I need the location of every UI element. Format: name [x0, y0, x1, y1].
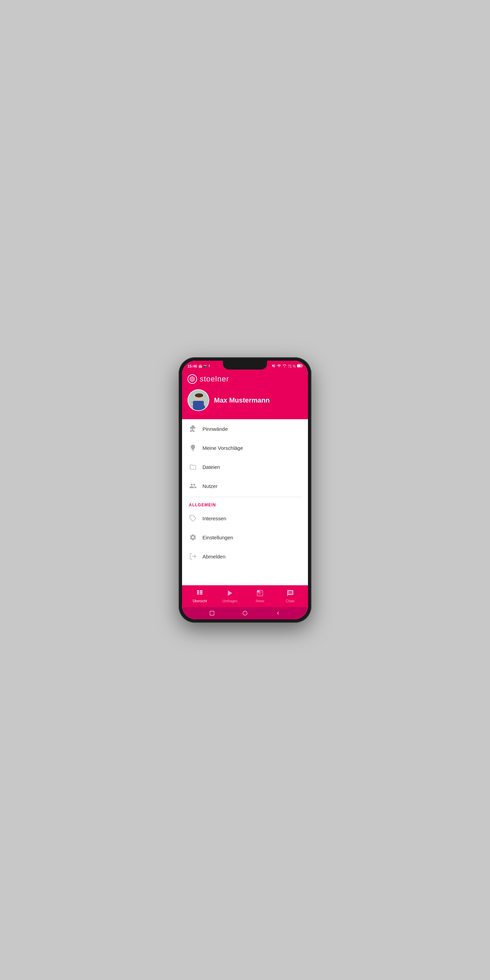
nav-item-chats[interactable]: Chats	[275, 589, 305, 603]
logout-icon	[189, 552, 197, 560]
svg-point-3	[190, 377, 195, 382]
back-button[interactable]	[275, 610, 281, 616]
svg-marker-20	[228, 590, 232, 596]
nutzer-label: Nutzer	[202, 483, 218, 489]
phone-screen: 15:46 📅 📷 f 71 %	[182, 361, 308, 619]
time-display: 15:46	[188, 364, 197, 368]
svg-point-6	[193, 404, 205, 410]
tag-icon	[189, 514, 197, 522]
pin-icon	[189, 425, 197, 433]
svg-rect-2	[302, 365, 302, 366]
svg-rect-16	[197, 593, 199, 595]
news-label: News	[256, 599, 264, 603]
logo-text: stoelner	[200, 375, 229, 383]
nav-item-uebersicht[interactable]: Übersicht	[185, 589, 215, 603]
dateien-label: Dateien	[202, 464, 220, 470]
svg-rect-9	[191, 401, 194, 403]
abmelden-label: Abmelden	[202, 554, 226, 559]
app-header: stoelner	[182, 370, 308, 419]
grid-icon	[196, 589, 204, 598]
svg-rect-22	[257, 590, 259, 592]
username: Max Mustermann	[214, 396, 269, 404]
section-header-allgemein: ALLGEMEIN	[182, 498, 308, 509]
battery-label: 71 %	[288, 364, 296, 368]
chat-icon	[286, 589, 294, 598]
menu-item-vorschlaege[interactable]: Meine Vorschläge	[182, 438, 308, 457]
status-right: 71 %	[272, 364, 302, 369]
battery-icon	[297, 364, 302, 368]
home-button[interactable]	[242, 610, 248, 616]
facebook-icon: f	[208, 364, 210, 368]
einstellungen-label: Einstellungen	[202, 535, 233, 540]
avatar	[188, 389, 209, 411]
mute-icon	[272, 364, 275, 369]
umfragen-label: Umfragen	[223, 599, 237, 603]
svg-rect-23	[210, 611, 214, 615]
svg-point-11	[195, 393, 203, 398]
menu-item-dateien[interactable]: Dateien	[182, 457, 308, 476]
menu-item-pinnwaende[interactable]: Pinnwände	[182, 419, 308, 438]
recent-apps-button[interactable]	[209, 610, 215, 616]
svg-rect-18	[200, 592, 202, 593]
menu-item-abmelden[interactable]: Abmelden	[182, 547, 308, 566]
menu-item-nutzer[interactable]: Nutzer	[182, 476, 308, 495]
svg-rect-1	[298, 365, 301, 367]
svg-point-10	[191, 405, 194, 407]
svg-point-4	[191, 378, 193, 380]
vorschlaege-label: Meine Vorschläge	[202, 445, 243, 451]
play-icon	[226, 589, 234, 598]
camera-icon: 📷	[204, 364, 207, 368]
nav-item-news[interactable]: News	[245, 589, 275, 603]
chats-label: Chats	[286, 599, 295, 603]
interessen-label: Interessen	[202, 515, 226, 521]
pinnwaende-label: Pinnwände	[202, 426, 228, 432]
menu-divider	[189, 497, 301, 497]
svg-rect-15	[197, 592, 199, 593]
logo-icon	[188, 374, 197, 384]
avatar-image	[188, 390, 208, 410]
menu-item-interessen[interactable]: Interessen	[182, 509, 308, 528]
menu-item-einstellungen[interactable]: Einstellungen	[182, 528, 308, 547]
android-nav-bar	[182, 607, 308, 619]
app-logo: stoelner	[188, 374, 302, 384]
users-icon	[189, 482, 197, 490]
calendar-icon: 📅	[198, 364, 202, 368]
gear-icon	[189, 533, 197, 541]
wifi-icon	[277, 364, 281, 369]
svg-rect-17	[200, 590, 202, 592]
news-icon	[256, 589, 264, 598]
menu-content: Pinnwände Meine Vorschläge Dateien	[182, 419, 308, 585]
user-section: Max Mustermann	[188, 389, 302, 417]
lightbulb-icon	[189, 444, 197, 452]
uebersicht-label: Übersicht	[192, 599, 207, 603]
nav-item-umfragen[interactable]: Umfragen	[215, 589, 245, 603]
status-left: 15:46 📅 📷 f	[188, 364, 210, 368]
signal-icon	[282, 364, 286, 369]
bottom-nav: Übersicht Umfragen New	[182, 585, 308, 607]
notch	[223, 361, 267, 369]
svg-rect-19	[200, 593, 202, 595]
folder-icon	[189, 463, 197, 471]
svg-point-24	[243, 611, 247, 615]
phone-device: 15:46 📅 📷 f 71 %	[179, 357, 311, 623]
svg-rect-14	[197, 590, 199, 592]
